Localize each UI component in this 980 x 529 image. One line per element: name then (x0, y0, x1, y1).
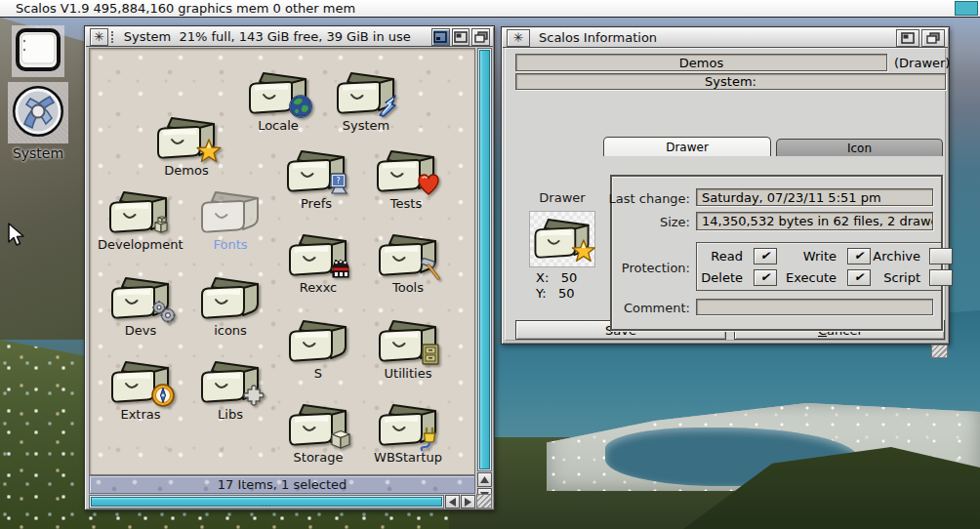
status-bar: 17 Items, 1 selected (89, 475, 475, 494)
none-badge-icon (240, 299, 265, 324)
icon-label: WBStartup (367, 450, 449, 465)
protection-script-checkbox[interactable] (929, 269, 953, 286)
titlebar-dots-icon (111, 31, 116, 43)
object-kind-label: (Drawer) (894, 56, 950, 70)
plug-badge-icon (418, 426, 443, 451)
icon-label: Demos (145, 163, 227, 178)
last-change-field[interactable]: Saturday, 07/23/11 5:51 pm (696, 188, 933, 206)
iconify-icon[interactable] (431, 28, 450, 46)
drawer-icon-tests[interactable]: Tests (365, 148, 447, 211)
star-badge-icon (196, 139, 222, 164)
scroll-up-icon[interactable] (477, 472, 492, 487)
vertical-scrollbar[interactable] (477, 48, 492, 471)
screen-title-bar[interactable]: Scalos V1.9 495,884,160 graphics mem 0 o… (0, 0, 980, 18)
drawer-icon-extras[interactable]: Extras (100, 359, 182, 422)
depth-icon[interactable] (921, 29, 945, 47)
comment-field[interactable] (696, 299, 933, 315)
icon-label: Locale (237, 118, 319, 133)
icon-preview (529, 211, 595, 267)
cabinet-badge-icon (418, 342, 443, 367)
drawer-icon-rexxc[interactable]: Rexxc (277, 232, 359, 295)
tab-icon[interactable]: Icon (776, 139, 943, 156)
protection-script-label: Script (883, 270, 925, 285)
object-name-field[interactable]: Demos (515, 54, 887, 71)
object-name: Demos (679, 56, 723, 70)
preview-type-label: Drawer (529, 190, 595, 205)
icon-y-coordinate: Y: 50 (536, 286, 575, 301)
protection-write-checkbox[interactable]: ✔ (847, 248, 871, 264)
icon-x-coordinate: X: 50 (536, 270, 577, 285)
scroll-right-icon[interactable] (461, 495, 475, 509)
icon-label: Tests (365, 196, 447, 211)
info-window-title: Scalos Information (539, 30, 657, 45)
monitor-badge-icon: ? (326, 172, 351, 197)
none-badge-icon (240, 213, 265, 238)
depth-icon[interactable] (471, 28, 490, 46)
horizontal-scroll-thumb[interactable]: ... (91, 497, 442, 507)
drawer-icon-devs[interactable]: Devs (100, 275, 182, 338)
cubes-badge-icon (148, 213, 174, 238)
desktop-icon-ram[interactable] (12, 25, 64, 79)
system-window-titlebar[interactable]: ✳ System 21% full, 143 GiB free, 39 GiB … (86, 27, 493, 47)
desktop-icon-label: System (8, 145, 68, 161)
hammer-badge-icon (418, 256, 443, 281)
drawer-icon-tools[interactable]: Tools (367, 232, 449, 295)
drawer-icon-system[interactable]: System (325, 70, 407, 133)
close-icon[interactable]: ✳ (507, 29, 530, 47)
protection-execute-label: Execute (786, 270, 841, 285)
drawer-icon-locale[interactable]: Locale (237, 70, 319, 133)
icon-label: Extras (100, 407, 182, 422)
volume-field: System: (515, 73, 946, 90)
flash-badge-icon (376, 94, 401, 119)
drawer-properties-group: Last change: Saturday, 07/23/11 5:51 pm … (610, 175, 943, 331)
protection-execute-checkbox[interactable]: ✔ (847, 269, 871, 286)
drawer-icon-demos[interactable]: Demos (145, 115, 227, 178)
scroll-left-icon[interactable] (445, 495, 460, 509)
close-icon[interactable]: ✳ (90, 28, 108, 46)
puzzle-badge-icon (240, 383, 265, 408)
system-window-title: System 21% full, 143 GiB free, 39 GiB in… (124, 29, 411, 44)
icon-label: System (325, 118, 407, 133)
icon-label: Utilities (367, 366, 449, 381)
icon-label: Storage (277, 450, 359, 465)
icon-label: Libs (189, 407, 271, 422)
size-label: Size: (592, 215, 690, 229)
system-window[interactable]: ✳ System 21% full, 143 GiB free, 39 GiB … (84, 25, 495, 510)
zoom-icon[interactable] (452, 28, 470, 46)
drawer-icon-fonts[interactable]: Fonts (189, 189, 271, 252)
drawer-icon-wbstartup[interactable]: WBStartup (367, 402, 449, 465)
vertical-scroll-thumb[interactable] (479, 50, 490, 469)
drawer-icon-utilities[interactable]: Utilities (367, 318, 449, 381)
protection-read-label: Read (711, 249, 748, 264)
protection-delete-label: Delete (701, 270, 748, 285)
drawer-icon-development[interactable]: Development (98, 189, 180, 252)
compass-badge-icon (150, 383, 176, 408)
drawer-contents-area[interactable]: Locale System Demos ?Prefs Tests Develop… (89, 48, 475, 475)
icon-label: Devs (100, 323, 182, 338)
last-change-label: Last change: (592, 191, 690, 206)
zoom-icon[interactable] (896, 29, 919, 47)
info-window[interactable]: ✳ Scalos Information Demos (Drawer) Syst… (501, 26, 950, 345)
icon-label: Rexxc (277, 280, 359, 295)
drawer-icon-libs[interactable]: Libs (189, 359, 271, 422)
drawer-icon-prefs[interactable]: ?Prefs (275, 148, 357, 211)
icon-label: icons (189, 323, 271, 338)
window-resize-handle[interactable] (476, 494, 492, 509)
window-resize-handle[interactable] (931, 345, 948, 358)
screen-depth-gadget[interactable] (955, 1, 978, 16)
desktop-icon-system[interactable]: System (8, 82, 68, 161)
icon-label: S (277, 366, 359, 381)
star-badge-icon (572, 239, 596, 264)
drawer-icon-icons[interactable]: icons (189, 275, 271, 338)
gears-badge-icon (150, 299, 176, 324)
info-window-titlebar[interactable]: ✳ Scalos Information (503, 28, 948, 48)
icon-label: Development (98, 237, 180, 252)
protection-delete-checkbox[interactable]: ✔ (754, 269, 777, 286)
protection-read-checkbox[interactable]: ✔ (754, 248, 777, 264)
size-field[interactable]: 14,350,532 bytes in 62 files, 2 drawers … (696, 212, 933, 230)
protection-archive-checkbox[interactable] (929, 248, 953, 264)
horizontal-scrollbar[interactable]: ... (89, 495, 444, 509)
tab-drawer[interactable]: Drawer (603, 137, 771, 156)
drawer-icon-storage[interactable]: Storage (277, 402, 359, 465)
drawer-icon-s[interactable]: S (277, 318, 359, 381)
